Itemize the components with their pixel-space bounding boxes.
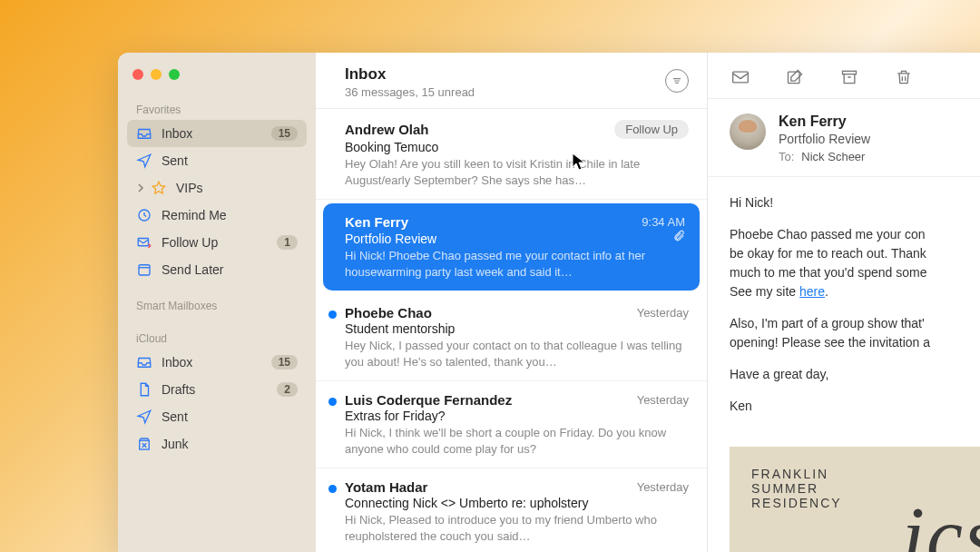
- sidebar-section-icloud: iCloud: [127, 327, 307, 349]
- attachment-art: ics: [902, 489, 980, 552]
- sidebar-item-inbox[interactable]: Inbox 15: [127, 120, 307, 147]
- reader-sender: Ken Ferry: [779, 113, 870, 130]
- sidebar-item-send-later[interactable]: Send Later: [127, 256, 307, 283]
- message-preview: Hi Nick! Phoebe Chao passed me your cont…: [345, 248, 685, 280]
- message-row-selected[interactable]: Ken Ferry 9:34 AM Portfolio Review Hi Ni…: [323, 203, 700, 291]
- reader-to: To:Nick Scheer: [779, 150, 870, 163]
- svg-rect-1: [138, 239, 148, 246]
- filter-button[interactable]: [665, 69, 689, 93]
- envelope-arrow-icon: [136, 234, 152, 251]
- sidebar-badge: 2: [277, 382, 298, 397]
- message-subject: Extras for Friday?: [345, 409, 689, 423]
- sidebar-section-favorites: Favorites: [127, 98, 307, 120]
- paper-plane-icon: [136, 153, 152, 169]
- unread-dot-icon: [328, 485, 337, 493]
- body-signature: Ken: [730, 397, 971, 416]
- message-time: Yesterday: [637, 306, 689, 320]
- message-time: 9:34 AM: [642, 215, 685, 229]
- sidebar-item-remind-me[interactable]: Remind Me: [127, 202, 307, 229]
- body-paragraph: Phoebe Chao passed me your con be okay f…: [730, 225, 971, 301]
- sidebar-item-icloud-drafts[interactable]: Drafts 2: [127, 376, 307, 403]
- sidebar-item-icloud-sent[interactable]: Sent: [127, 403, 307, 430]
- sidebar-item-label: Sent: [162, 409, 188, 424]
- reader-toolbar: [708, 53, 980, 99]
- message-subject: Booking Temuco: [345, 140, 689, 154]
- sidebar-item-label: Follow Up: [162, 235, 218, 250]
- unread-dot-icon: [328, 398, 337, 406]
- mail-window: Favorites Inbox 15 Sent VIPs Remind Me F…: [118, 53, 980, 552]
- sidebar-badge: 15: [271, 126, 298, 141]
- message-sender: Yotam Hadar: [345, 479, 427, 495]
- envelope-icon[interactable]: [730, 67, 751, 87]
- star-icon: [151, 180, 167, 196]
- sender-avatar: [730, 113, 766, 150]
- calendar-clock-icon: [136, 261, 152, 278]
- mailbox-count: 36 messages, 15 unread: [345, 85, 475, 99]
- reader-pane: Ken Ferry Portfolio Review To:Nick Schee…: [708, 53, 980, 552]
- clock-icon: [136, 207, 152, 223]
- close-window-button[interactable]: [132, 69, 143, 80]
- reader-subject: Portfolio Review: [779, 132, 870, 146]
- message-subject: Portfolio Review: [345, 232, 436, 246]
- inbox-tray-icon: [136, 125, 152, 142]
- message-preview: Hi Nick, I think we'll be short a couple…: [345, 425, 689, 457]
- sidebar-badge: 1: [277, 235, 298, 250]
- sidebar-item-sent[interactable]: Sent: [127, 147, 307, 174]
- sidebar-section-smart: Smart Mailboxes: [127, 294, 307, 316]
- chevron-right-icon: [136, 181, 145, 195]
- message-list-pane: Inbox 36 messages, 15 unread Andrew Olah…: [316, 53, 708, 552]
- window-controls: [127, 65, 307, 98]
- message-row[interactable]: Andrew Olah Follow Up Booking Temuco Hey…: [316, 109, 707, 200]
- svg-rect-4: [733, 72, 749, 83]
- message-sender: Ken Ferry: [345, 214, 408, 230]
- reader-body: Hi Nick! Phoebe Chao passed me your con …: [708, 177, 980, 438]
- junk-icon: [136, 436, 152, 452]
- sidebar-item-label: Send Later: [162, 262, 224, 277]
- message-sender: Luis Coderque Fernandez: [345, 392, 512, 408]
- message-time: Yesterday: [637, 480, 689, 494]
- archive-icon[interactable]: [838, 67, 860, 87]
- message-row[interactable]: Yotam Hadar Yesterday Connecting Nick <>…: [316, 468, 707, 552]
- site-link[interactable]: here: [799, 284, 825, 299]
- message-row[interactable]: Phoebe Chao Yesterday Student mentorship…: [316, 294, 707, 381]
- document-icon: [136, 381, 152, 398]
- messages: Andrew Olah Follow Up Booking Temuco Hey…: [316, 109, 707, 552]
- message-subject: Connecting Nick <> Umberto re: upholster…: [345, 496, 689, 510]
- sidebar-item-label: Remind Me: [162, 208, 227, 222]
- sidebar-badge: 15: [271, 355, 298, 370]
- message-preview: Hi Nick, Pleased to introduce you to my …: [345, 512, 689, 544]
- trash-icon[interactable]: [893, 67, 915, 87]
- paperclip-icon: [672, 230, 685, 246]
- sidebar-item-icloud-junk[interactable]: Junk: [127, 430, 307, 458]
- svg-rect-6: [843, 71, 857, 74]
- message-sender: Phoebe Chao: [345, 305, 432, 320]
- mailbox-title: Inbox: [345, 65, 475, 84]
- minimize-window-button[interactable]: [151, 69, 162, 80]
- sidebar-item-label: Inbox: [162, 126, 192, 141]
- fullscreen-window-button[interactable]: [169, 69, 180, 80]
- message-preview: Hey Nick, I passed your contact on to th…: [345, 338, 689, 370]
- list-header: Inbox 36 messages, 15 unread: [316, 53, 707, 109]
- sidebar-item-label: Sent: [162, 153, 188, 168]
- sidebar-item-label: VIPs: [176, 181, 203, 195]
- attachment-text: FRANKLIN: [751, 467, 967, 481]
- message-subject: Student mentorship: [345, 321, 689, 336]
- svg-rect-2: [139, 265, 150, 275]
- sidebar-item-follow-up[interactable]: Follow Up 1: [127, 229, 307, 256]
- sidebar-item-icloud-inbox[interactable]: Inbox 15: [127, 349, 307, 376]
- sidebar: Favorites Inbox 15 Sent VIPs Remind Me F…: [118, 53, 316, 552]
- inbox-tray-icon: [136, 354, 152, 370]
- body-line: Hi Nick!: [730, 193, 971, 212]
- reader-header: Ken Ferry Portfolio Review To:Nick Schee…: [708, 99, 980, 177]
- message-row[interactable]: Luis Coderque Fernandez Yesterday Extras…: [316, 381, 707, 468]
- sidebar-item-label: Junk: [162, 437, 189, 451]
- message-sender: Andrew Olah: [345, 122, 429, 137]
- compose-icon[interactable]: [784, 67, 806, 87]
- message-time: Yesterday: [637, 393, 689, 407]
- sidebar-item-vips[interactable]: VIPs: [127, 174, 307, 202]
- body-paragraph: Also, I'm part of a group show that' ope…: [730, 314, 971, 352]
- sidebar-item-label: Drafts: [162, 382, 195, 397]
- attachment-preview[interactable]: FRANKLIN SUMMER RESIDENCY ics: [730, 447, 980, 552]
- follow-up-tag: Follow Up: [614, 120, 689, 139]
- message-preview: Hey Olah! Are you still keen to visit Kr…: [345, 156, 689, 188]
